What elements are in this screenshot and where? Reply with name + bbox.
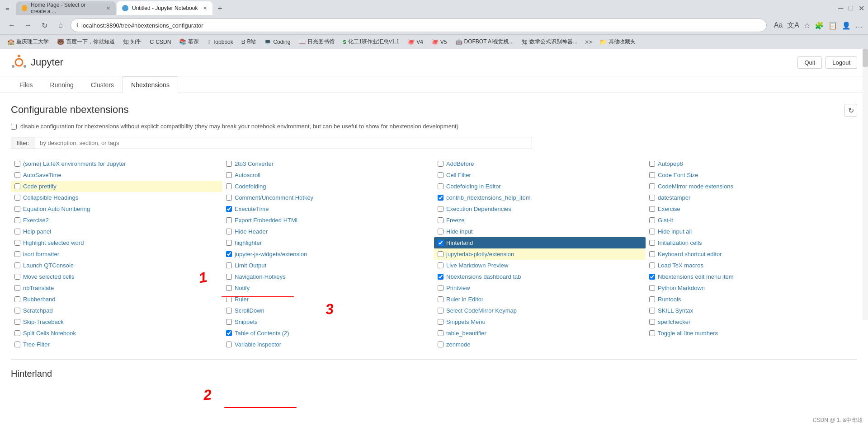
- ext-rubberband-link[interactable]: Rubberband: [23, 296, 56, 303]
- bookmarks-more-btn[interactable]: >>: [582, 37, 594, 47]
- ext-scratchpad-checkbox[interactable]: [14, 308, 20, 314]
- ext-addbefore-checkbox[interactable]: [438, 161, 443, 167]
- bookmark-v4[interactable]: 🐙 V4: [404, 37, 427, 47]
- ext-executetime-checkbox[interactable]: [226, 206, 232, 212]
- ext-nbtranslate-link[interactable]: nbTranslate: [23, 285, 54, 291]
- ext-equationauto[interactable]: Equation Auto Numbering: [11, 203, 222, 215]
- ext-hinterland[interactable]: Hinterland: [434, 237, 646, 248]
- ext-highlighter-link[interactable]: highlighter: [235, 239, 262, 246]
- close-btn[interactable]: ✕: [859, 4, 864, 13]
- ext-exporthtml-link[interactable]: Export Embedded HTML: [235, 217, 299, 224]
- ext-hideheader[interactable]: Hide Header: [222, 226, 434, 237]
- ext-exercise2[interactable]: Exercise2: [11, 215, 222, 226]
- ext-2to3-link[interactable]: 2to3 Converter: [235, 160, 274, 167]
- ext-codemirrorext-link[interactable]: CodeMirror mode extensions: [658, 183, 733, 190]
- scroll-thumb[interactable]: [863, 49, 868, 67]
- ext-limitoutput-link[interactable]: Limit Output: [235, 262, 266, 269]
- ext-autoscroll-link[interactable]: Autoscroll: [235, 172, 260, 178]
- ext-hideinput[interactable]: Hide input: [434, 226, 646, 237]
- ext-snippets-link[interactable]: Snippets: [235, 318, 258, 325]
- ext-skiptraceback[interactable]: Skip-Traceback: [11, 316, 222, 328]
- ext-nbexeditmenu[interactable]: Nbextensions edit menu item: [646, 271, 857, 282]
- ext-tablebeautifier-link[interactable]: table_beautifier: [446, 330, 486, 337]
- ext-kbshortcut-link[interactable]: Keyboard shortcut editor: [658, 251, 722, 257]
- ext-latex-link[interactable]: (some) LaTeX environments for Jupyter: [23, 160, 126, 167]
- ext-treefilter[interactable]: Tree Filter: [11, 339, 222, 350]
- ext-freeze-link[interactable]: Freeze: [446, 217, 464, 224]
- ext-isort[interactable]: isort formatter: [11, 248, 222, 260]
- ext-autopep8[interactable]: Autopep8: [646, 158, 857, 169]
- ext-isort-link[interactable]: isort formatter: [23, 251, 59, 257]
- ext-codefoldinged-checkbox[interactable]: [438, 183, 443, 189]
- ext-cellfilter-link[interactable]: Cell Filter: [446, 172, 471, 178]
- ext-commentuncomment-checkbox[interactable]: [226, 195, 232, 201]
- ext-hinterland-link[interactable]: Hinterland: [446, 239, 473, 246]
- ext-treefilter-checkbox[interactable]: [14, 342, 20, 347]
- ext-spellchecker-link[interactable]: spellchecker: [658, 318, 690, 325]
- refresh-button[interactable]: ↻: [844, 104, 857, 117]
- ext-codefontsize-link[interactable]: Code Font Size: [658, 172, 698, 178]
- collections-btn[interactable]: 📋: [828, 21, 837, 30]
- tab-nbextensions[interactable]: Nbextensions: [123, 76, 178, 93]
- ext-pythonmarkdown-link[interactable]: Python Markdown: [658, 285, 705, 291]
- ext-navhotkeys-checkbox[interactable]: [226, 274, 232, 280]
- ext-skiptraceback-link[interactable]: Skip-Traceback: [23, 318, 64, 325]
- ext-hideinput-checkbox[interactable]: [438, 229, 443, 234]
- ext-codeprettify-link[interactable]: Code prettify: [23, 183, 57, 190]
- logout-button[interactable]: Logout: [826, 56, 857, 69]
- ext-splitcells-link[interactable]: Split Cells Notebook: [23, 330, 76, 337]
- ext-zenmode-checkbox[interactable]: [438, 342, 443, 347]
- ext-toc2[interactable]: Table of Contents (2): [222, 328, 434, 339]
- ext-runtools[interactable]: Runtools: [646, 294, 857, 305]
- window-controls[interactable]: ☰: [4, 5, 11, 12]
- sidebar-toggle-btn[interactable]: ☰: [4, 5, 11, 12]
- ext-toc2-checkbox[interactable]: [226, 330, 232, 336]
- ext-jupyterwidgets[interactable]: jupyter-js-widgets/extension: [222, 248, 434, 260]
- ext-treefilter-link[interactable]: Tree Filter: [23, 341, 50, 348]
- ext-tablebeautifier[interactable]: table_beautifier: [434, 328, 646, 339]
- ext-equationauto-link[interactable]: Equation Auto Numbering: [23, 206, 90, 212]
- ext-codefolding-checkbox[interactable]: [226, 183, 232, 189]
- ext-execdeps-link[interactable]: Execution Dependencies: [446, 206, 511, 212]
- ext-datestamper-checkbox[interactable]: [649, 195, 655, 201]
- ext-nbexdash-link[interactable]: Nbextensions dashboard tab: [446, 273, 521, 280]
- ext-spellchecker-checkbox[interactable]: [649, 319, 655, 325]
- ext-launchqt[interactable]: Launch QTConsole: [11, 260, 222, 271]
- bookmark-math[interactable]: 知 数学公式识别神器...: [518, 37, 581, 47]
- scrollbar[interactable]: [863, 49, 868, 320]
- tab-home[interactable]: Home Page - Select or create a ... ✕: [16, 1, 116, 15]
- ext-livemarkdown[interactable]: Live Markdown Preview: [434, 260, 646, 271]
- ext-highlight[interactable]: Highlight selected word: [11, 237, 222, 248]
- ext-cellfilter[interactable]: Cell Filter: [434, 169, 646, 181]
- ext-kbshortcut[interactable]: Keyboard shortcut editor: [646, 248, 857, 260]
- ext-hideheader-checkbox[interactable]: [226, 229, 232, 234]
- ext-cellfilter-checkbox[interactable]: [438, 172, 443, 178]
- bookmark-dofbot[interactable]: 🤖 DOFBOT AI视觉机...: [452, 37, 518, 47]
- ext-exporthtml[interactable]: Export Embedded HTML: [222, 215, 434, 226]
- filter-input[interactable]: [35, 137, 532, 149]
- ext-initcells-checkbox[interactable]: [649, 240, 655, 246]
- ext-rulerined-checkbox[interactable]: [438, 296, 443, 302]
- ext-freeze-checkbox[interactable]: [438, 217, 443, 223]
- ext-latex[interactable]: (some) LaTeX environments for Jupyter: [11, 158, 222, 169]
- ext-highlighter[interactable]: highlighter: [222, 237, 434, 248]
- ext-skiptraceback-checkbox[interactable]: [14, 319, 20, 325]
- ext-pythonmarkdown-checkbox[interactable]: [649, 285, 655, 291]
- ext-nbexdash-checkbox[interactable]: [438, 274, 443, 280]
- ext-codefontsize-checkbox[interactable]: [649, 172, 655, 178]
- ext-snippets[interactable]: Snippets: [222, 316, 434, 328]
- ext-movesel-checkbox[interactable]: [14, 274, 20, 280]
- bookmark-other[interactable]: 📁 其他收藏夹: [596, 37, 639, 47]
- ext-executetime-link[interactable]: ExecuteTime: [235, 206, 269, 212]
- ext-limitoutput[interactable]: Limit Output: [222, 260, 434, 271]
- ext-varinspector[interactable]: Variable inspector: [222, 339, 434, 350]
- ext-movesel-link[interactable]: Move selected cells: [23, 273, 74, 280]
- ext-datestamper-link[interactable]: datestamper: [658, 194, 690, 201]
- ext-commentuncomment-link[interactable]: Comment/Uncomment Hotkey: [235, 194, 313, 201]
- more-btn[interactable]: …: [855, 21, 863, 29]
- ext-highlight-link[interactable]: Highlight selected word: [23, 239, 84, 246]
- ext-rubberband[interactable]: Rubberband: [11, 294, 222, 305]
- ext-selectcodemirror-link[interactable]: Select CodeMirror Keymap: [446, 307, 517, 314]
- bookmark-riguang[interactable]: 📖 日光图书馆: [295, 37, 338, 47]
- ext-movesel[interactable]: Move selected cells: [11, 271, 222, 282]
